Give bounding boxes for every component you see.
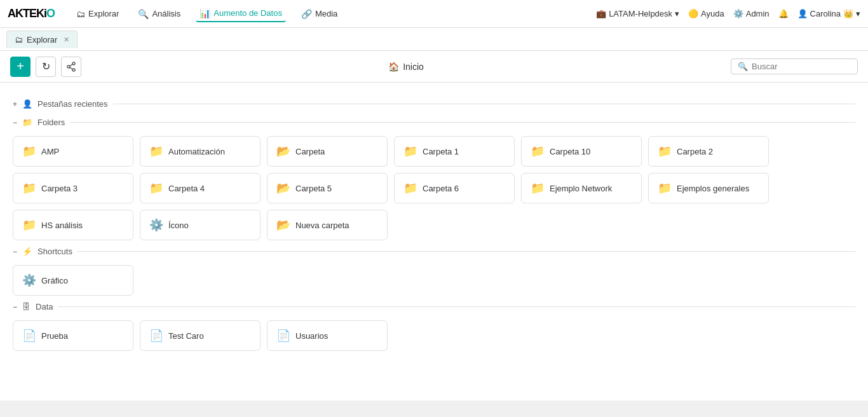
data-usuarios-icon: 📄 bbox=[276, 329, 290, 343]
recent-toggle[interactable]: + bbox=[13, 100, 17, 109]
shortcuts-icon: ⚡ bbox=[22, 247, 32, 256]
folder-nueva-carpeta[interactable]: 📂 Nueva carpeta bbox=[267, 210, 388, 240]
folder-carpeta6[interactable]: 📁 Carpeta 6 bbox=[394, 173, 515, 203]
folder-ejemplos-generales[interactable]: 📁 Ejemplos generales bbox=[648, 173, 769, 203]
search-input[interactable] bbox=[752, 62, 851, 71]
nav-analisis-label: Análisis bbox=[152, 9, 180, 18]
folders-grid: 📁 AMP 📁 Automatización 📂 Carpeta 📁 Carpe… bbox=[13, 136, 855, 240]
data-test-caro-label: Test Caro bbox=[168, 331, 204, 341]
folder-automatizacion-label: Automatización bbox=[168, 147, 225, 156]
tab-close-button[interactable]: ✕ bbox=[64, 36, 69, 44]
folder-icono-label: Ícono bbox=[168, 221, 189, 230]
folder-amp[interactable]: 📁 AMP bbox=[13, 136, 133, 167]
tab-explorar-label: Explorar bbox=[27, 35, 57, 44]
folder-carpeta3[interactable]: 📁 Carpeta 3 bbox=[13, 173, 133, 203]
notification-item[interactable]: 🔔 bbox=[778, 9, 789, 18]
add-button[interactable]: + bbox=[10, 57, 31, 77]
folder-icono[interactable]: ⚙️ Ícono bbox=[140, 210, 261, 240]
search-box[interactable]: 🔍 bbox=[731, 58, 858, 74]
data-prueba-label: Prueba bbox=[41, 331, 68, 341]
shortcuts-section-header: − ⚡ Shortcuts bbox=[13, 247, 855, 256]
media-nav-icon: 🔗 bbox=[301, 9, 312, 19]
admin-icon: ⚙️ bbox=[733, 9, 743, 18]
folder-hs-analisis[interactable]: 📁 HS análisis bbox=[13, 210, 133, 240]
data-toggle[interactable]: − bbox=[13, 303, 17, 311]
folders-divider bbox=[70, 122, 855, 123]
folder-carpeta-icon: 📂 bbox=[276, 144, 290, 158]
home-label: Inicio bbox=[403, 62, 424, 72]
shortcut-grafico-label: Gráfico bbox=[41, 276, 68, 285]
nav-analisis[interactable]: 🔍 Análisis bbox=[134, 6, 184, 22]
folders-toggle[interactable]: − bbox=[13, 118, 17, 127]
folder-carpeta1-label: Carpeta 1 bbox=[423, 147, 459, 156]
data-divider bbox=[58, 306, 855, 307]
recent-label: Pestañas recientes bbox=[37, 99, 108, 109]
nav-right-section: 💼 LATAM-Helpdesk ▾ 🟡 Ayuda ⚙️ Admin 🔔 👤 … bbox=[596, 9, 860, 18]
nav-media-label: Media bbox=[315, 9, 337, 18]
tab-explorar[interactable]: 🗂 Explorar ✕ bbox=[6, 31, 78, 48]
folder-carpeta3-icon: 📁 bbox=[22, 181, 36, 195]
helpdesk-label: LATAM-Helpdesk bbox=[609, 9, 672, 18]
nav-aumento-label: Aumento de Datos bbox=[214, 8, 282, 18]
admin-item[interactable]: ⚙️ Admin bbox=[733, 9, 770, 18]
data-prueba[interactable]: 📄 Prueba bbox=[13, 320, 133, 351]
data-icon: 🗄 bbox=[22, 302, 31, 311]
share-icon bbox=[66, 62, 76, 72]
helpdesk-item[interactable]: 💼 LATAM-Helpdesk ▾ bbox=[596, 9, 679, 18]
nav-media[interactable]: 🔗 Media bbox=[297, 6, 341, 22]
shortcuts-divider bbox=[78, 251, 855, 252]
nav-explorar[interactable]: 🗂 Explorar bbox=[72, 6, 123, 22]
folder-hs-analisis-icon: 📁 bbox=[22, 218, 36, 232]
crown-icon: 👑 bbox=[843, 9, 853, 18]
shortcuts-toggle[interactable]: − bbox=[13, 247, 17, 256]
shortcuts-label: Shortcuts bbox=[37, 247, 72, 256]
toolbar: + ↻ 🏠 Inicio 🔍 bbox=[0, 51, 868, 83]
nav-aumento[interactable]: 📊 Aumento de Datos bbox=[196, 6, 286, 22]
home-icon: 🏠 bbox=[388, 62, 399, 72]
tab-bar: 🗂 Explorar ✕ bbox=[0, 28, 868, 51]
svg-point-0 bbox=[67, 65, 70, 68]
data-usuarios[interactable]: 📄 Usuarios bbox=[267, 320, 388, 351]
folder-ejemplos-generales-icon: 📁 bbox=[658, 181, 672, 195]
data-test-caro-icon: 📄 bbox=[149, 329, 163, 343]
folder-carpeta2[interactable]: 📁 Carpeta 2 bbox=[648, 136, 769, 167]
refresh-button[interactable]: ↻ bbox=[36, 57, 56, 77]
folder-carpeta2-icon: 📁 bbox=[658, 144, 672, 158]
admin-label: Admin bbox=[746, 9, 770, 18]
folders-label: Folders bbox=[37, 118, 65, 127]
folder-ejemplo-network[interactable]: 📁 Ejemplo Network bbox=[521, 173, 642, 203]
folder-automatizacion[interactable]: 📁 Automatización bbox=[140, 136, 261, 167]
folder-ejemplo-network-icon: 📁 bbox=[531, 181, 545, 195]
folder-carpeta5[interactable]: 📂 Carpeta 5 bbox=[267, 173, 388, 203]
help-icon: 🟡 bbox=[688, 9, 698, 18]
folder-hs-analisis-label: HS análisis bbox=[41, 221, 83, 230]
folder-carpeta4-label: Carpeta 4 bbox=[168, 184, 205, 193]
folder-carpeta5-label: Carpeta 5 bbox=[295, 184, 332, 193]
folder-carpeta1[interactable]: 📁 Carpeta 1 bbox=[394, 136, 515, 167]
folder-carpeta[interactable]: 📂 Carpeta bbox=[267, 136, 388, 167]
shortcuts-grid: ⚙️ Gráfico bbox=[13, 265, 855, 296]
folder-carpeta5-icon: 📂 bbox=[276, 181, 290, 195]
share-button[interactable] bbox=[61, 57, 81, 77]
data-test-caro[interactable]: 📄 Test Caro bbox=[140, 320, 261, 351]
folder-carpeta10-label: Carpeta 10 bbox=[550, 147, 590, 156]
shortcut-grafico-icon: ⚙️ bbox=[22, 273, 36, 287]
folder-nueva-carpeta-label: Nueva carpeta bbox=[295, 221, 349, 230]
folder-carpeta4[interactable]: 📁 Carpeta 4 bbox=[140, 173, 261, 203]
folder-ejemplos-generales-label: Ejemplos generales bbox=[677, 184, 749, 193]
user-item[interactable]: 👤 Carolina 👑 ▾ bbox=[797, 9, 860, 18]
help-item[interactable]: 🟡 Ayuda bbox=[688, 9, 724, 18]
folder-carpeta10[interactable]: 📁 Carpeta 10 bbox=[521, 136, 642, 167]
briefcase-icon: 💼 bbox=[596, 9, 606, 18]
user-avatar-icon: 👤 bbox=[797, 9, 808, 18]
folders-section-header: − 📁 Folders bbox=[13, 118, 855, 127]
folder-ejemplo-network-label: Ejemplo Network bbox=[550, 184, 612, 193]
folder-amp-label: AMP bbox=[41, 147, 59, 156]
shortcut-grafico[interactable]: ⚙️ Gráfico bbox=[13, 265, 133, 296]
folder-carpeta3-label: Carpeta 3 bbox=[41, 184, 78, 193]
app-logo: AKTEKiO bbox=[8, 7, 55, 20]
recent-divider bbox=[113, 104, 855, 104]
svg-point-2 bbox=[72, 69, 75, 71]
folders-icon: 📁 bbox=[22, 118, 32, 127]
nav-explorar-label: Explorar bbox=[88, 9, 119, 18]
